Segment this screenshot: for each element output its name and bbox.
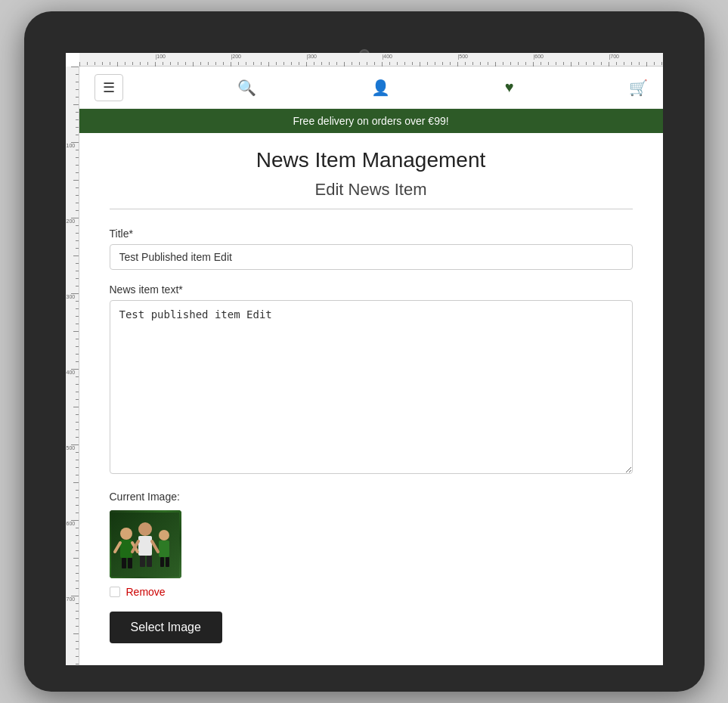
news-text-textarea[interactable]: Test published item Edit [110,300,633,474]
content-area: ☰ 🔍 👤 ♥ 🛒 Free delivery on orders over €… [79,67,663,665]
svg-rect-13 [166,557,169,567]
svg-rect-7 [138,536,152,556]
svg-rect-5 [128,558,132,568]
title-group: Title* [110,228,633,270]
current-image-label: Current Image: [110,491,633,503]
svg-rect-11 [159,540,169,557]
menu-icon[interactable]: ☰ [94,74,123,101]
tablet-device: |100|200|300|400|500|600|700|800 1002003… [24,11,705,692]
svg-point-2 [120,528,132,540]
remove-label[interactable]: Remove [126,586,166,598]
current-image-group: Current Image: [110,491,633,643]
soccer-image-svg [111,513,179,577]
svg-rect-9 [147,556,152,567]
promo-banner: Free delivery on orders over €99! [79,109,663,133]
news-text-label: News item text* [110,283,633,296]
page-title: News Item Management [110,148,633,172]
current-image-thumb [110,510,181,578]
page-content: News Item Management Edit News Item Titl… [79,133,663,665]
svg-point-6 [138,522,152,536]
title-label: Title* [110,228,633,240]
section-title: Edit News Item [110,180,633,209]
news-text-group: News item text* Test published item Edit [110,283,633,477]
search-icon[interactable]: 🔍 [237,79,256,97]
svg-rect-4 [122,558,126,568]
image-placeholder [110,510,181,578]
svg-rect-12 [160,557,164,567]
tablet-screen: |100|200|300|400|500|600|700|800 1002003… [66,53,663,665]
ruler-top: |100|200|300|400|500|600|700|800 [79,53,663,67]
select-image-button[interactable]: Select Image [110,612,222,643]
svg-point-10 [159,530,169,540]
user-icon[interactable]: 👤 [371,79,390,97]
svg-rect-3 [120,540,132,558]
bag-icon[interactable]: 🛒 [629,79,648,97]
heart-icon[interactable]: ♥ [505,79,514,96]
ruler-left: 100200300400500600700800 [66,67,79,665]
title-input[interactable] [110,244,633,270]
remove-row: Remove [110,586,633,598]
remove-checkbox[interactable] [110,587,120,597]
svg-rect-8 [140,556,145,567]
navbar: ☰ 🔍 👤 ♥ 🛒 [79,67,663,109]
